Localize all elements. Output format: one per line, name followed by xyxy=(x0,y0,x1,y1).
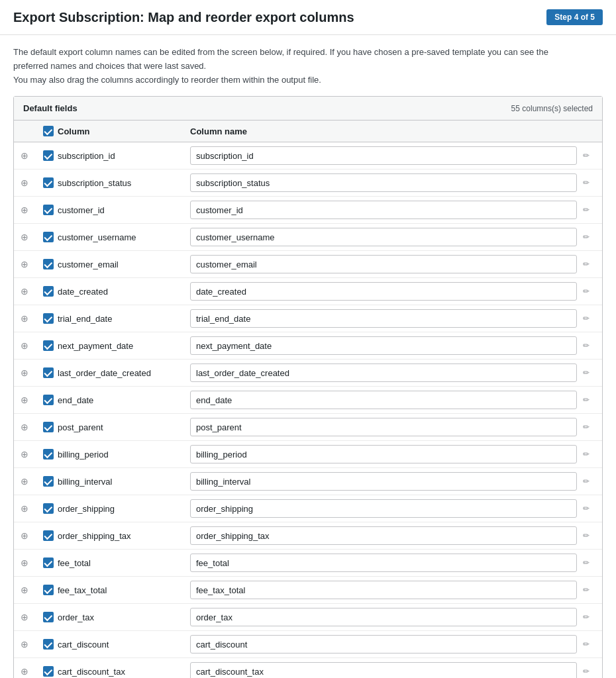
column-name-input[interactable]: order_shipping_tax xyxy=(190,526,577,545)
drag-handle-icon[interactable]: ⊕ xyxy=(21,422,39,432)
drag-handle-icon[interactable]: ⊕ xyxy=(21,232,39,242)
row-checkbox[interactable] xyxy=(39,503,58,514)
edit-icon[interactable]: ✏ xyxy=(577,395,595,405)
edit-icon[interactable]: ✏ xyxy=(577,232,595,242)
column-name-input[interactable]: billing_period xyxy=(190,445,577,463)
step-badge: Step 4 of 5 xyxy=(546,9,603,25)
drag-handle-icon[interactable]: ⊕ xyxy=(21,503,39,514)
column-name-input[interactable]: trial_end_date xyxy=(190,309,577,328)
edit-icon[interactable]: ✏ xyxy=(577,558,595,567)
drag-handle-icon[interactable]: ⊕ xyxy=(21,150,39,161)
edit-icon[interactable]: ✏ xyxy=(577,260,595,269)
edit-icon[interactable]: ✏ xyxy=(577,612,595,622)
column-name-input[interactable]: customer_username xyxy=(190,228,577,246)
row-checkbox[interactable] xyxy=(39,232,58,242)
column-name-input[interactable]: next_payment_date xyxy=(190,336,577,355)
columns-table: Default fields 55 columns(s) selected Co… xyxy=(13,96,603,678)
rows-container: ⊕ subscription_id subscription_id ✏ ⊕ su… xyxy=(14,142,602,678)
edit-icon[interactable]: ✏ xyxy=(577,477,595,486)
drag-handle-icon[interactable]: ⊕ xyxy=(21,449,39,460)
edit-icon[interactable]: ✏ xyxy=(577,205,595,215)
table-row: ⊕ order_shipping order_shipping ✏ xyxy=(14,495,602,522)
edit-icon[interactable]: ✏ xyxy=(577,314,595,323)
drag-handle-icon[interactable]: ⊕ xyxy=(21,340,39,351)
row-checkbox[interactable] xyxy=(39,585,58,595)
edit-icon[interactable]: ✏ xyxy=(577,368,595,377)
table-section-header: Default fields 55 columns(s) selected xyxy=(14,97,602,121)
row-checkbox[interactable] xyxy=(39,259,58,269)
column-name-input[interactable]: billing_interval xyxy=(190,472,577,491)
col-header-column: Column xyxy=(58,126,190,136)
column-name-input[interactable]: order_tax xyxy=(190,608,577,626)
row-checkbox[interactable] xyxy=(39,612,58,622)
edit-icon[interactable]: ✏ xyxy=(577,667,595,676)
row-checkbox[interactable] xyxy=(39,476,58,487)
edit-icon[interactable]: ✏ xyxy=(577,640,595,649)
column-name-input[interactable]: customer_id xyxy=(190,201,577,219)
drag-handle-icon[interactable]: ⊕ xyxy=(21,612,39,622)
column-name-input[interactable]: subscription_id xyxy=(190,146,577,165)
column-name-input[interactable]: post_parent xyxy=(190,418,577,436)
table-row: ⊕ customer_id customer_id ✏ xyxy=(14,197,602,224)
column-name-input[interactable]: order_shipping xyxy=(190,499,577,518)
field-name: fee_tax_total xyxy=(58,585,190,595)
column-name-input[interactable]: end_date xyxy=(190,391,577,409)
drag-handle-icon[interactable]: ⊕ xyxy=(21,557,39,568)
row-checkbox[interactable] xyxy=(39,666,58,677)
field-name: fee_total xyxy=(58,558,190,568)
column-name-input[interactable]: fee_tax_total xyxy=(190,581,577,599)
column-name-input[interactable]: subscription_status xyxy=(190,173,577,192)
row-checkbox[interactable] xyxy=(39,422,58,432)
column-name-input[interactable]: last_order_date_created xyxy=(190,363,577,382)
row-checkbox[interactable] xyxy=(39,449,58,460)
table-row: ⊕ billing_period billing_period ✏ xyxy=(14,441,602,468)
drag-handle-icon[interactable]: ⊕ xyxy=(21,367,39,378)
edit-icon[interactable]: ✏ xyxy=(577,585,595,595)
field-name: post_parent xyxy=(58,422,190,432)
row-checkbox[interactable] xyxy=(39,395,58,405)
edit-icon[interactable]: ✏ xyxy=(577,341,595,350)
column-name-input[interactable]: customer_email xyxy=(190,255,577,273)
column-name-input[interactable]: cart_discount xyxy=(190,635,577,654)
drag-handle-icon[interactable]: ⊕ xyxy=(21,286,39,297)
row-checkbox[interactable] xyxy=(39,530,58,541)
edit-icon[interactable]: ✏ xyxy=(577,151,595,160)
drag-handle-icon[interactable]: ⊕ xyxy=(21,476,39,487)
edit-icon[interactable]: ✏ xyxy=(577,178,595,187)
row-checkbox[interactable] xyxy=(39,313,58,324)
page-title: Export Subscription: Map and reorder exp… xyxy=(13,10,354,25)
edit-icon[interactable]: ✏ xyxy=(577,287,595,296)
column-name-input[interactable]: fee_total xyxy=(190,554,577,572)
row-checkbox[interactable] xyxy=(39,205,58,215)
drag-handle-icon[interactable]: ⊕ xyxy=(21,205,39,215)
row-checkbox[interactable] xyxy=(39,639,58,650)
drag-handle-icon[interactable]: ⊕ xyxy=(21,177,39,188)
row-checkbox[interactable] xyxy=(39,557,58,568)
column-name-input[interactable]: date_created xyxy=(190,282,577,301)
drag-handle-icon[interactable]: ⊕ xyxy=(21,259,39,269)
select-all-checkbox[interactable] xyxy=(43,126,54,136)
field-name: end_date xyxy=(58,395,190,405)
drag-handle-icon[interactable]: ⊕ xyxy=(21,313,39,324)
row-checkbox[interactable] xyxy=(39,150,58,161)
field-name: customer_username xyxy=(58,232,190,242)
edit-icon[interactable]: ✏ xyxy=(577,531,595,540)
row-checkbox[interactable] xyxy=(39,340,58,351)
table-row: ⊕ last_order_date_created last_order_dat… xyxy=(14,360,602,387)
drag-handle-icon[interactable]: ⊕ xyxy=(21,530,39,541)
col-header-name: Column name xyxy=(190,126,577,136)
drag-handle-icon[interactable]: ⊕ xyxy=(21,395,39,405)
drag-handle-icon[interactable]: ⊕ xyxy=(21,639,39,650)
row-checkbox[interactable] xyxy=(39,367,58,378)
row-checkbox[interactable] xyxy=(39,286,58,297)
table-row: ⊕ customer_username customer_username ✏ xyxy=(14,224,602,251)
edit-icon[interactable]: ✏ xyxy=(577,504,595,513)
row-checkbox[interactable] xyxy=(39,177,58,188)
table-row: ⊕ next_payment_date next_payment_date ✏ xyxy=(14,332,602,360)
table-row: ⊕ end_date end_date ✏ xyxy=(14,387,602,414)
drag-handle-icon[interactable]: ⊕ xyxy=(21,585,39,595)
column-name-input[interactable]: cart_discount_tax xyxy=(190,662,577,678)
edit-icon[interactable]: ✏ xyxy=(577,450,595,459)
edit-icon[interactable]: ✏ xyxy=(577,422,595,432)
drag-handle-icon[interactable]: ⊕ xyxy=(21,666,39,677)
